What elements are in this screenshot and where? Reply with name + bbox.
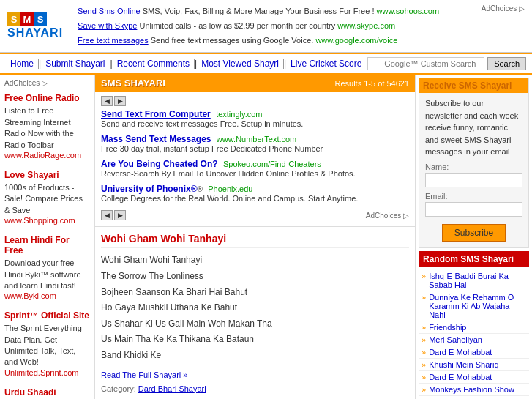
- random-item-4: » Meri Saheliyan: [419, 334, 529, 346]
- email-label: Email:: [425, 192, 522, 201]
- random-item-9: » Tumsein Pyaar Hua: [419, 396, 529, 399]
- newsletter-box: Receive SMS Shayari Subscribe to our new…: [419, 78, 529, 248]
- adchoices-center: AdChoices ▷: [366, 212, 409, 220]
- arrow-icon-3: »: [422, 323, 426, 332]
- ad-item-3: Are You Being Cheated On? Spokeo.com/Fin…: [101, 159, 409, 178]
- arrow-icon-1: »: [422, 272, 426, 280]
- nav-links: Home | Submit Shayari | Recent Comments …: [6, 59, 366, 69]
- header-link-3[interactable]: Free text messages: [78, 36, 149, 45]
- sidebar-title-shaadi[interactable]: Urdu Shaadi: [4, 387, 90, 398]
- name-input[interactable]: [425, 173, 522, 187]
- sidebar-section-love: Love Shayari 1000s of Products - Sale! C…: [4, 170, 90, 225]
- newsletter-desc: Subscribe to our newsletter and each wee…: [425, 97, 522, 158]
- sidebar-title-sprint[interactable]: Sprint™ Official Site: [4, 310, 90, 321]
- shayari-body: Wohi Gham Wohi Tanhayi The Sorrow The Lo…: [101, 253, 409, 363]
- sidebar-link-hindi[interactable]: www.Byki.com: [4, 291, 56, 300]
- search-input[interactable]: [367, 57, 484, 70]
- subscribe-button[interactable]: Subscribe: [442, 224, 506, 242]
- ad-item-4: University of Phoenix®® Phoenix.edu Coll…: [101, 184, 409, 203]
- center-title: SMS SHAYARI: [101, 78, 165, 89]
- random-item-8: » Monkeys Fashion Show: [419, 384, 529, 396]
- page-header: S M S SHAYARI Send Sms Online SMS, Voip,…: [0, 0, 532, 53]
- category-link[interactable]: Dard Bhari Shayari: [138, 384, 206, 393]
- nav-most-viewed[interactable]: Most Viewed Shayri: [197, 59, 284, 69]
- sidebar-link-sprint[interactable]: Unlimited.Sprint.com: [4, 368, 78, 377]
- ads-next-arrow-bottom[interactable]: ▶: [114, 210, 126, 220]
- sidebar-section-sprint: Sprint™ Official Site The Sprint Everyth…: [4, 310, 90, 377]
- shayari-category: Category: Dard Bhari Shayari: [101, 384, 409, 393]
- arrow-icon-8: »: [422, 385, 426, 394]
- ad-item-1: Send Text From Computer textingly.com Se…: [101, 109, 409, 128]
- ads-section: ◀ ▶ Send Text From Computer textingly.co…: [95, 92, 415, 227]
- arrow-icon-5: »: [422, 348, 426, 357]
- random-link-5[interactable]: Dard E Mohabbat: [429, 348, 492, 357]
- center-header: SMS SHAYARI Results 1-5 of 54621: [95, 75, 415, 92]
- ad-link-2[interactable]: Mass Send Text Messages: [101, 134, 211, 144]
- main-content: AdChoices ▷ Free Online Radio Listen to …: [0, 75, 532, 399]
- results-count: Results 1-5 of 54621: [334, 79, 409, 88]
- name-label: Name:: [425, 163, 522, 171]
- arrow-icon-2: »: [422, 293, 426, 302]
- ad-link-1[interactable]: Send Text From Computer: [101, 109, 211, 119]
- logo-letter-s2: S: [34, 12, 47, 26]
- ad-link-3[interactable]: Are You Being Cheated On?: [101, 159, 218, 169]
- random-item-1: » Ishq-E-Baddi Burai Ka Sabab Hai: [419, 270, 529, 291]
- ad-item-2: Mass Send Text Messages www.NumberText.c…: [101, 134, 409, 153]
- sidebar-link-radio[interactable]: www.RadioRage.com: [4, 151, 81, 160]
- ads-nav-bottom: ◀ ▶ AdChoices ▷: [101, 209, 409, 222]
- random-shayari: Random SMS Shayari » Ishq-E-Baddi Burai …: [419, 251, 529, 399]
- center-content: SMS SHAYARI Results 1-5 of 54621 ◀ ▶ Sen…: [95, 75, 415, 399]
- search-button[interactable]: Search: [487, 57, 526, 70]
- header-links: Send Sms Online SMS, Voip, Fax, Billing …: [78, 4, 482, 48]
- nav-home[interactable]: Home: [6, 59, 39, 69]
- ad-link-4[interactable]: University of Phoenix®: [101, 184, 198, 194]
- random-item-2: » Dunniya Ke Rehamm O Karamm Ki Ab Wajah…: [419, 291, 529, 321]
- arrow-icon-6: »: [422, 360, 426, 369]
- random-link-1[interactable]: Ishq-E-Baddi Burai Ka Sabab Hai: [429, 272, 526, 289]
- random-link-7[interactable]: Dard E Mohabbat: [429, 373, 492, 381]
- sidebar-adchoices: AdChoices ▷: [4, 79, 90, 87]
- logo-letter-m: M: [20, 12, 34, 26]
- nav-cricket[interactable]: Live Cricket Score: [286, 59, 366, 69]
- sidebar-section-shaadi: Urdu Shaadi: [4, 387, 90, 398]
- ads-prev-arrow-bottom[interactable]: ◀: [101, 210, 113, 220]
- random-link-4[interactable]: Meri Saheliyan: [429, 335, 482, 344]
- shayari-title: Wohi Gham Wohi Tanhayi: [101, 233, 409, 248]
- right-sidebar: Receive SMS Shayari Subscribe to our new…: [415, 75, 532, 399]
- nav-submit[interactable]: Submit Shayari: [41, 59, 110, 69]
- header-link-1[interactable]: Send Sms Online: [78, 7, 141, 15]
- ads-prev-arrow[interactable]: ◀: [101, 96, 113, 106]
- ads-next-arrow[interactable]: ▶: [114, 96, 126, 106]
- random-link-6[interactable]: Khushi Mein Shariq: [429, 360, 498, 369]
- navbar: Home | Submit Shayari | Recent Comments …: [0, 53, 532, 75]
- sidebar-section-hindi: Learn Hindi For Free Download your free …: [4, 235, 90, 300]
- random-link-3[interactable]: Friendship: [429, 323, 466, 332]
- shayari-content: Wohi Gham Wohi Tanhayi Wohi Gham Wohi Ta…: [95, 227, 415, 398]
- arrow-icon-4: »: [422, 335, 426, 344]
- sidebar-section-radio: Free Online Radio Listen to Free Streami…: [4, 93, 90, 160]
- sidebar-title-radio[interactable]: Free Online Radio: [4, 93, 90, 103]
- nav-recent[interactable]: Recent Comments: [113, 59, 195, 69]
- logo-subtitle: SHAYARI: [7, 26, 63, 40]
- left-sidebar: AdChoices ▷ Free Online Radio Listen to …: [0, 75, 95, 399]
- sidebar-title-love[interactable]: Love Shayari: [4, 170, 90, 180]
- newsletter-title: Receive SMS Shayari: [419, 78, 528, 93]
- random-item-6: » Khushi Mein Shariq: [419, 359, 529, 371]
- random-item-5: » Dard E Mohabbat: [419, 346, 529, 359]
- random-item-7: » Dard E Mohabbat: [419, 371, 529, 384]
- arrow-icon-7: »: [422, 373, 426, 381]
- adchoices-header: AdChoices ▷: [482, 4, 525, 12]
- sidebar-link-love[interactable]: www.Shopping.com: [4, 216, 75, 225]
- random-title: Random SMS Shayari: [419, 251, 529, 267]
- header-link-2[interactable]: Save with Skype: [78, 21, 137, 30]
- random-item-3: » Friendship: [419, 321, 529, 334]
- site-logo: S M S SHAYARI: [7, 12, 63, 40]
- sidebar-title-hindi[interactable]: Learn Hindi For Free: [4, 235, 90, 256]
- nav-search: Search: [367, 57, 526, 70]
- email-input[interactable]: [425, 202, 522, 217]
- logo-letter-s: S: [7, 12, 20, 26]
- random-link-8[interactable]: Monkeys Fashion Show: [429, 385, 514, 394]
- read-more-link[interactable]: Read The Full Shayari »: [101, 370, 187, 379]
- random-link-2[interactable]: Dunniya Ke Rehamm O Karamm Ki Ab Wajaha …: [429, 293, 526, 319]
